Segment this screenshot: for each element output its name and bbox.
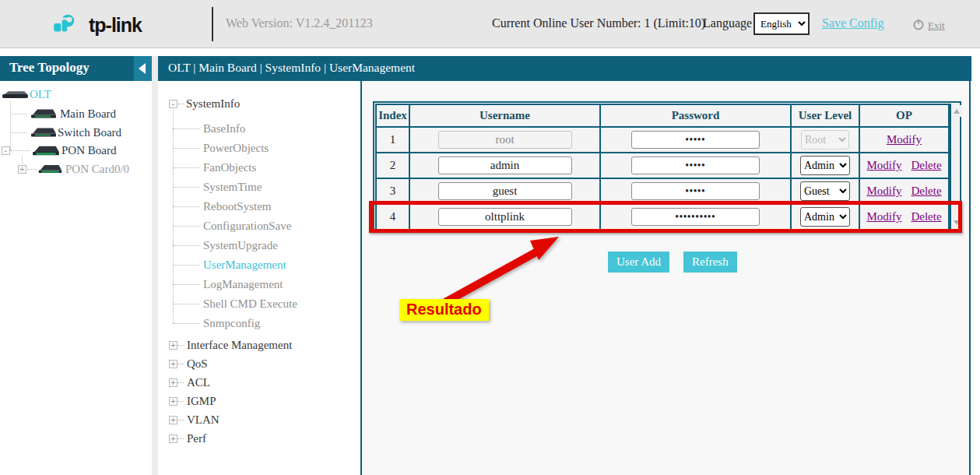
arrow-up-icon: [954, 109, 960, 114]
delete-link[interactable]: Delete: [911, 210, 941, 223]
user-table-container: Index Username Password User Level OP 1 …: [373, 101, 961, 232]
nav-item-powerobjects[interactable]: PowerObjects: [203, 140, 269, 156]
nav-item-vlan[interactable]: VLAN: [187, 412, 220, 428]
nav-expander-minus[interactable]: -: [169, 100, 177, 108]
nav-connector: [173, 304, 199, 304]
nav-item-qos[interactable]: QoS: [187, 356, 208, 371]
index-cell: 1: [376, 127, 409, 153]
tp-link-logo: tp-link: [48, 8, 188, 40]
header-divider: [212, 7, 213, 41]
nav-connector: [177, 345, 184, 346]
olt-device-icon: [2, 90, 29, 100]
table-row: 1 Root Modify: [376, 127, 949, 153]
annotation-label: Resultado: [399, 299, 489, 321]
layout-gap: [152, 56, 158, 475]
nav-expander-plus[interactable]: +: [169, 341, 177, 350]
table-row: 2 Admin ModifyDelete: [376, 153, 949, 178]
nav-item-systeminfo[interactable]: SystemInfo: [186, 96, 240, 111]
nav-item-fanobjects[interactable]: FanObjects: [203, 160, 256, 175]
tree-node-main-board[interactable]: Main Board: [30, 106, 116, 121]
nav-connector: [173, 111, 174, 323]
scroll-down-button[interactable]: [951, 216, 962, 228]
password-input[interactable]: [631, 182, 760, 200]
col-header-op: OP: [859, 104, 949, 127]
nav-item-systemtime[interactable]: SystemTime: [203, 179, 262, 195]
username-input[interactable]: [438, 157, 572, 174]
language-label: Language: [703, 16, 752, 30]
language-select[interactable]: English: [753, 12, 810, 35]
user-level-select[interactable]: Guest: [800, 181, 850, 201]
chevron-left-icon: [139, 63, 146, 74]
tree-connector: [10, 114, 26, 114]
nav-expander-plus[interactable]: +: [169, 397, 177, 406]
tree-topology-title: Tree Topology: [9, 60, 90, 76]
arrow-down-icon: [954, 220, 960, 225]
refresh-button[interactable]: Refresh: [683, 252, 737, 273]
username-input: [438, 131, 572, 149]
tree-connector: [10, 132, 26, 133]
col-header-username: Username: [409, 104, 600, 127]
nav-connector: [173, 265, 199, 266]
nav-connector: [177, 401, 184, 402]
username-input[interactable]: [438, 182, 572, 200]
nav-expander-plus[interactable]: +: [169, 416, 177, 424]
save-config-link[interactable]: Save Config: [822, 16, 884, 30]
password-input[interactable]: [631, 208, 760, 226]
nav-connector: [177, 438, 184, 439]
tree-node-pon-board[interactable]: PON Board: [31, 142, 116, 158]
modify-link[interactable]: Modify: [866, 185, 901, 197]
card-device-icon: [37, 164, 63, 174]
nav-connector: [173, 128, 199, 129]
nav-item-shell-cmd-execute[interactable]: Shell CMD Execute: [203, 296, 297, 311]
nav-item-configurationsave[interactable]: ConfigurationSave: [203, 218, 291, 234]
nav-item-usermanagement[interactable]: UserManagement: [203, 257, 286, 273]
nav-item-perf[interactable]: Perf: [187, 431, 206, 446]
nav-item-systemupgrade[interactable]: SystemUpgrade: [203, 238, 278, 253]
delete-link[interactable]: Delete: [911, 159, 941, 171]
index-cell: 3: [376, 178, 409, 204]
username-input[interactable]: [438, 208, 572, 226]
nav-expander-plus[interactable]: +: [169, 378, 177, 387]
nav-connector: [173, 245, 199, 246]
table-scrollbar[interactable]: [950, 104, 959, 230]
col-header-userlevel: User Level: [791, 104, 859, 127]
tree-expander-minus[interactable]: -: [2, 146, 10, 155]
modify-link[interactable]: Modify: [887, 133, 922, 146]
nav-item-snmpconfig[interactable]: Snmpconfig: [203, 315, 260, 331]
tree-node-switch-board[interactable]: Switch Board: [30, 125, 121, 140]
user-level-select: Root: [801, 130, 849, 150]
scroll-up-button[interactable]: [951, 105, 962, 117]
index-cell: 4: [376, 204, 409, 230]
tree-node-pon-card[interactable]: PON Card0/0: [37, 161, 129, 177]
user-level-select[interactable]: Admin: [800, 207, 850, 227]
nav-expander-plus[interactable]: +: [169, 360, 177, 368]
user-level-select[interactable]: Admin: [800, 156, 850, 175]
nav-item-acl[interactable]: ACL: [187, 375, 210, 390]
nav-item-igmp[interactable]: IGMP: [187, 393, 216, 409]
nav-connector: [173, 226, 199, 227]
nav-connector: [173, 187, 199, 188]
exit-link[interactable]: Exit: [928, 19, 945, 32]
nav-item-interface-management[interactable]: Interface Management: [187, 337, 292, 353]
password-input[interactable]: [631, 157, 760, 174]
board-device-icon: [30, 108, 58, 119]
nav-item-rebootsystem[interactable]: RebootSystem: [203, 199, 272, 214]
sidebar-collapse-button[interactable]: [134, 56, 152, 81]
tree-connector: [27, 169, 37, 170]
password-input[interactable]: [631, 131, 760, 149]
board-device-icon: [31, 145, 61, 157]
nav-connector: [173, 323, 199, 324]
tree-expander-plus[interactable]: +: [18, 165, 26, 174]
nav-expander-plus[interactable]: +: [169, 435, 177, 443]
nav-item-logmanagement[interactable]: LogManagement: [203, 276, 283, 292]
tree-node-olt[interactable]: OLT: [2, 86, 51, 102]
delete-link[interactable]: Delete: [911, 185, 941, 197]
nav-connector: [177, 420, 184, 420]
col-header-password: Password: [600, 104, 791, 127]
table-row-highlighted: 4 Admin ModifyDelete: [376, 204, 949, 230]
user-add-button[interactable]: User Add: [608, 252, 669, 273]
nav-item-baseinfo[interactable]: BaseInfo: [203, 121, 245, 136]
logo-wordmark: tp-link: [89, 14, 142, 37]
modify-link[interactable]: Modify: [866, 210, 901, 223]
modify-link[interactable]: Modify: [866, 159, 901, 171]
